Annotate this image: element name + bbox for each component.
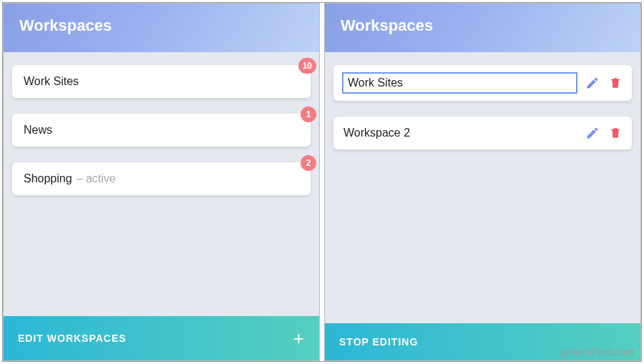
panel-title: Workspaces: [341, 16, 625, 35]
pencil-icon[interactable]: [585, 75, 600, 91]
workspace-name: News: [24, 124, 52, 137]
panel-header: Workspaces: [4, 4, 319, 52]
count-badge: 2: [301, 155, 316, 171]
workspace-name: Work Sites: [24, 75, 79, 88]
workspaces-panel-view: Workspaces Work Sites 10 News 1 Shopping…: [3, 3, 320, 361]
workspace-item[interactable]: Shopping – active 2: [12, 162, 311, 195]
workspace-name: Shopping: [24, 172, 72, 185]
stop-editing-button[interactable]: STOP EDITING: [325, 323, 640, 360]
workspace-item[interactable]: News 1: [12, 114, 311, 147]
side-by-side-frame: Workspaces Work Sites 10 News 1 Shopping…: [2, 2, 642, 362]
panel-title: Workspaces: [19, 16, 303, 35]
workspace-list: Work Sites 10 News 1 Shopping – active 2: [4, 52, 319, 316]
panel-header: Workspaces: [325, 4, 640, 52]
workspace-name-input[interactable]: [342, 72, 577, 94]
footer-label: STOP EDITING: [339, 336, 418, 348]
workspace-active-suffix: – active: [77, 172, 116, 185]
workspace-edit-row: [333, 65, 632, 101]
workspace-name: Workspace 2: [342, 124, 577, 142]
trash-icon[interactable]: [608, 125, 623, 141]
workspaces-panel-edit: Workspaces Workspace 2: [324, 3, 641, 361]
workspace-item[interactable]: Work Sites 10: [12, 65, 311, 98]
count-badge: 10: [298, 58, 316, 74]
workspace-edit-list: Workspace 2: [325, 52, 640, 323]
plus-icon[interactable]: +: [293, 329, 305, 348]
workspace-edit-row: Workspace 2: [333, 117, 632, 149]
footer-label: EDIT WORKSPACES: [18, 333, 127, 344]
edit-workspaces-button[interactable]: EDIT WORKSPACES +: [4, 316, 319, 360]
trash-icon[interactable]: [608, 75, 623, 91]
count-badge: 1: [301, 107, 316, 122]
pencil-icon[interactable]: [585, 125, 600, 141]
